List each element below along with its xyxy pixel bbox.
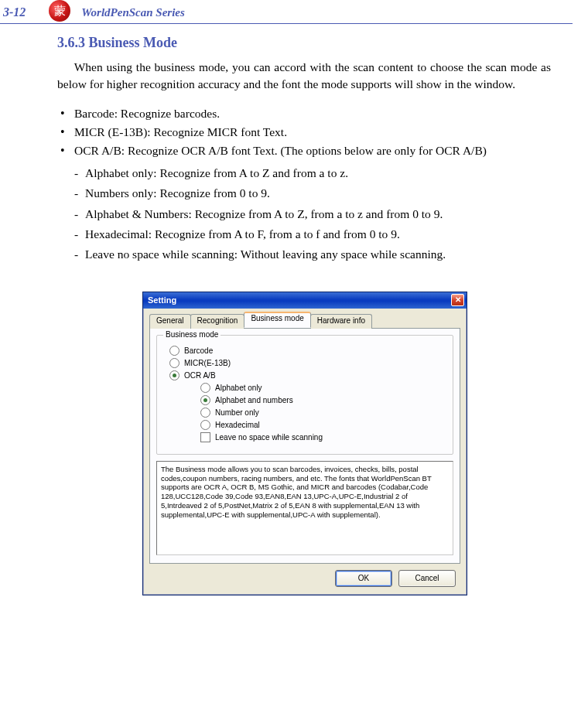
radio-icon	[169, 370, 179, 380]
radio-label: Barcode	[184, 346, 213, 355]
radio-icon	[200, 408, 210, 418]
list-item: Alphabet only: Recognize from A to Z and…	[74, 163, 551, 183]
radio-label: Alphabet only	[215, 384, 262, 392]
list-item: Hexadecimal: Recognize from A to F, from…	[74, 224, 551, 244]
series-title: WorldPenScan Series	[81, 6, 184, 19]
bullet-list: Barcode: Recognize barcodes. MICR (E-13B…	[57, 104, 551, 160]
list-item: Leave no space while scanning: Without l…	[74, 244, 551, 264]
tab-business-mode[interactable]: Business mode	[244, 312, 310, 328]
radio-micr[interactable]: MICR(E-13B)	[169, 358, 446, 368]
tab-recognition[interactable]: Recognition	[190, 314, 245, 329]
radio-number-only[interactable]: Number only	[200, 408, 446, 418]
document-page: 3-12 蒙 WorldPenScan Series 3.6.3 Busines…	[0, 0, 588, 595]
radio-label: Number only	[215, 408, 259, 417]
radio-icon	[200, 420, 210, 430]
page-header: 3-12 蒙 WorldPenScan Series	[0, 0, 573, 24]
list-item: MICR (E-13B): Recognize MICR font Text.	[57, 123, 551, 142]
radio-icon	[169, 346, 179, 356]
sub-list: Alphabet only: Recognize from A to Z and…	[57, 163, 551, 265]
radio-label: Hexadecimal	[215, 421, 260, 429]
dialog-body: General Recognition Business mode Hardwa…	[143, 309, 467, 595]
tab-panel-business-mode: Business mode Barcode MICR(E-13B)	[149, 329, 460, 564]
dialog-titlebar[interactable]: Setting ✕	[143, 292, 467, 309]
radio-icon	[169, 358, 179, 368]
brand-logo-icon: 蒙	[49, 0, 70, 22]
radio-barcode[interactable]: Barcode	[169, 346, 446, 356]
tab-general[interactable]: General	[149, 314, 191, 329]
radio-alphabet-numbers[interactable]: Alphabet and numbers	[200, 395, 446, 405]
radio-ocr-ab[interactable]: OCR A/B	[169, 370, 446, 380]
list-item: Alphabet & Numbers: Recognize from A to …	[74, 204, 551, 224]
radio-label: OCR A/B	[184, 371, 216, 380]
radio-icon	[200, 383, 210, 393]
checkbox-icon	[200, 432, 210, 442]
ok-button[interactable]: OK	[335, 570, 392, 587]
section-intro: When using the business mode, you can ac…	[57, 59, 551, 94]
business-mode-fieldset: Business mode Barcode MICR(E-13B)	[156, 335, 453, 455]
section-heading: 3.6.3 Business Mode	[57, 35, 551, 51]
radio-alphabet-only[interactable]: Alphabet only	[200, 383, 446, 393]
radio-icon	[200, 395, 210, 405]
radio-hexadecimal[interactable]: Hexadecimal	[200, 420, 446, 430]
settings-dialog: Setting ✕ General Recognition Business m…	[142, 292, 467, 595]
radio-label: Alphabet and numbers	[215, 396, 293, 404]
list-item: Numbers only: Recognize from 0 to 9.	[74, 183, 551, 203]
checkbox-no-space[interactable]: Leave no space while scanning	[200, 432, 446, 442]
tab-strip: General Recognition Business mode Hardwa…	[149, 313, 460, 329]
page-number: 3-12	[3, 5, 26, 19]
cancel-button[interactable]: Cancel	[398, 570, 456, 587]
radio-label: MICR(E-13B)	[184, 359, 231, 367]
fieldset-legend: Business mode	[163, 330, 220, 339]
list-item: OCR A/B: Recognize OCR A/B font Text. (T…	[57, 142, 551, 160]
close-icon: ✕	[455, 296, 461, 304]
checkbox-label: Leave no space while scanning	[215, 433, 323, 442]
list-item: Barcode: Recognize barcodes.	[57, 104, 551, 123]
description-textbox: The Business mode allows you to scan bar…	[156, 461, 453, 555]
tab-hardware-info[interactable]: Hardware info	[310, 314, 372, 329]
dialog-button-row: OK Cancel	[149, 564, 460, 588]
settings-dialog-screenshot: Setting ✕ General Recognition Business m…	[142, 292, 466, 595]
close-button[interactable]: ✕	[451, 294, 464, 306]
dialog-title: Setting	[148, 295, 176, 305]
page-content: 3.6.3 Business Mode When using the busin…	[0, 35, 588, 595]
